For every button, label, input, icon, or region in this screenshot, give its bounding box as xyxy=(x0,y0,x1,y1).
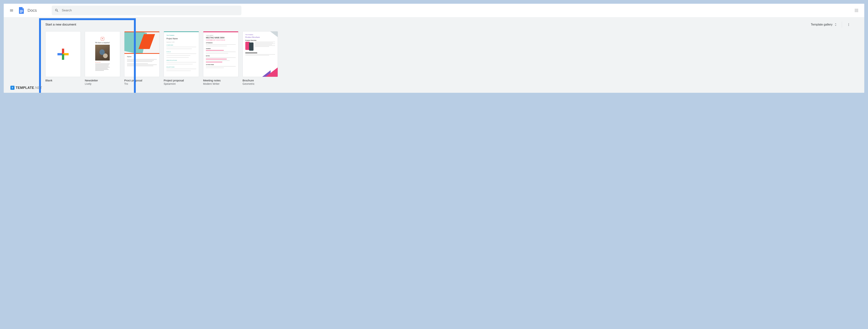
more-vert-icon xyxy=(847,23,850,26)
template-thumb-brochure: Your Company Product Brochure Product Ov… xyxy=(243,31,278,77)
svg-point-4 xyxy=(855,9,856,9)
template-name: Newsletter xyxy=(85,79,120,82)
watermark-text: TEMPLATE.NET xyxy=(16,86,42,90)
app-title: Docs xyxy=(28,8,37,13)
template-card-meeting-notes[interactable]: YOUR COMPANY MEETING NAME 09/04 04 SEPTE… xyxy=(203,31,239,85)
hamburger-icon xyxy=(9,8,13,12)
svg-rect-0 xyxy=(20,10,23,10)
watermark: T TEMPLATE.NET xyxy=(10,86,42,90)
main-menu-button[interactable] xyxy=(7,6,16,15)
template-name: Proct proposal xyxy=(124,79,160,82)
more-options-button[interactable] xyxy=(845,21,852,28)
template-subtitle: Geometric xyxy=(243,82,278,85)
thumbnail-headline: We have a surprise! xyxy=(95,42,110,44)
template-thumb-meeting-notes: YOUR COMPANY MEETING NAME 09/04 04 SEPTE… xyxy=(203,31,239,77)
template-card-brochure[interactable]: Your Company Product Brochure Product Ov… xyxy=(243,31,278,85)
template-name: Meeting notes xyxy=(203,79,239,82)
svg-point-9 xyxy=(858,10,858,10)
header-bar: Docs xyxy=(4,4,864,17)
section-title: Start a new document xyxy=(45,22,76,28)
search-icon xyxy=(55,8,59,12)
svg-point-13 xyxy=(848,23,849,24)
watermark-badge-icon: T xyxy=(10,86,14,90)
template-subtitle: Tro xyxy=(124,82,160,85)
apps-grid-icon xyxy=(855,8,858,12)
template-row: Blank We have a surprise! 30 Dec 20XX xyxy=(41,31,857,85)
svg-point-14 xyxy=(848,24,849,25)
svg-point-10 xyxy=(855,11,856,12)
svg-point-5 xyxy=(856,9,857,9)
divider xyxy=(842,22,842,28)
svg-rect-3 xyxy=(20,12,22,13)
search-input[interactable] xyxy=(62,8,239,12)
svg-point-6 xyxy=(858,9,858,9)
template-card-proposal-spearmint[interactable]: Your Company Project Name September 4, 2… xyxy=(164,31,199,85)
unfold-icon xyxy=(834,23,837,26)
template-thumb-proposal-tropic: Name xyxy=(124,31,160,77)
search-bar[interactable] xyxy=(52,6,241,15)
template-name: Project proposal xyxy=(164,79,199,82)
template-header: Start a new document Template gallery xyxy=(41,21,857,28)
template-name: Brochure xyxy=(243,79,278,82)
template-thumb-newsletter: We have a surprise! 30 Dec 20XX xyxy=(85,31,120,77)
template-subtitle: Modern Writer xyxy=(203,82,239,85)
svg-point-11 xyxy=(856,11,857,12)
template-thumb-proposal-spearmint: Your Company Project Name September 4, 2… xyxy=(164,31,199,77)
svg-point-15 xyxy=(848,25,849,26)
template-subtitle: Lively xyxy=(85,82,120,85)
template-gallery-label: Template gallery xyxy=(811,23,833,26)
template-card-blank[interactable]: Blank xyxy=(45,31,81,85)
template-subtitle: Spearmint xyxy=(164,82,199,85)
template-thumb-blank xyxy=(45,31,81,77)
google-apps-button[interactable] xyxy=(852,6,861,15)
phone-icon xyxy=(245,42,253,51)
svg-point-12 xyxy=(858,11,858,12)
plus-icon xyxy=(58,49,69,60)
thumbnail-title: Name xyxy=(127,56,157,58)
template-name: Blank xyxy=(45,79,81,82)
docs-logo-icon xyxy=(18,7,25,14)
svg-rect-2 xyxy=(20,11,23,12)
svg-point-8 xyxy=(856,10,857,10)
template-actions: Template gallery xyxy=(809,21,852,28)
template-card-proposal-tropic[interactable]: Name Proct proposal Tro xyxy=(124,31,160,85)
app-window: Docs Start a new document Template galle… xyxy=(4,4,864,93)
template-section: Start a new document Template gallery xyxy=(4,17,864,93)
svg-rect-1 xyxy=(20,11,23,11)
svg-point-7 xyxy=(855,10,856,10)
template-gallery-button[interactable]: Template gallery xyxy=(809,21,839,28)
heart-icon xyxy=(101,37,104,40)
thumbnail-photo xyxy=(95,45,110,60)
template-card-newsletter[interactable]: We have a surprise! 30 Dec 20XX Newslett… xyxy=(85,31,120,85)
